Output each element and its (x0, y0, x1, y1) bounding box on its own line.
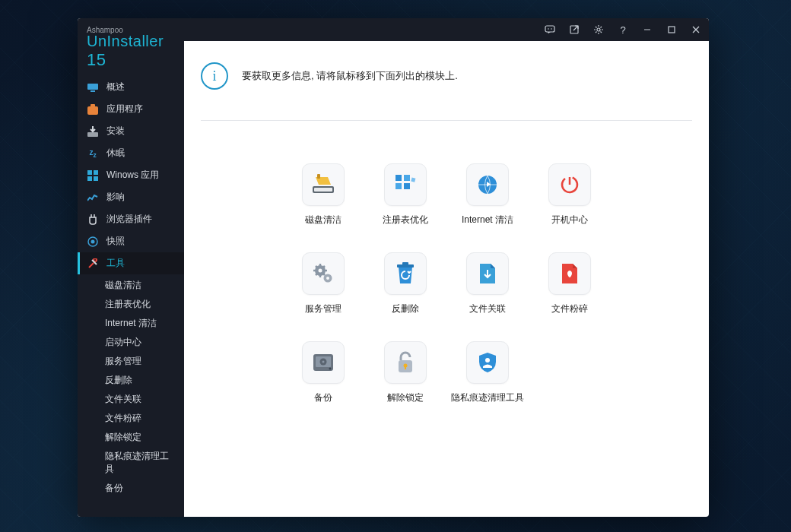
nav-apps[interactable]: 应用程序 (78, 98, 184, 120)
info-icon: i (201, 62, 228, 90)
nav-plugins[interactable]: 浏览器插件 (78, 208, 184, 230)
windows-icon (87, 169, 99, 182)
tool-boot[interactable]: 开机中心 (529, 163, 611, 226)
tool-label: 反删除 (392, 302, 419, 315)
svg-rect-6 (94, 170, 98, 175)
tool-file-assoc[interactable]: 文件关联 (446, 252, 529, 315)
nav-sleep[interactable]: zz 休眠 (78, 142, 184, 164)
svg-point-41 (322, 361, 325, 363)
svg-rect-7 (87, 176, 92, 181)
registry-icon (384, 163, 427, 206)
tool-label: 服务管理 (305, 302, 341, 315)
svg-point-42 (329, 368, 332, 370)
maximize-button[interactable] (660, 18, 683, 41)
nav-label: 休眠 (106, 147, 125, 160)
svg-rect-8 (94, 176, 98, 181)
settings-icon[interactable] (587, 18, 610, 41)
subnav-shred[interactable]: 文件粉碎 (78, 409, 184, 428)
subnav-unlock[interactable]: 解除锁定 (78, 428, 184, 447)
nav-label: 浏览器插件 (106, 213, 152, 226)
tool-label: 隐私痕迹清理工具 (451, 391, 524, 404)
svg-point-46 (485, 358, 490, 363)
feedback-icon[interactable] (538, 18, 561, 41)
impact-icon (87, 192, 99, 204)
subnav-privacy[interactable]: 隐私痕迹清理工具 (78, 447, 184, 479)
svg-point-12 (548, 28, 549, 30)
titlebar: ? (184, 18, 709, 41)
brand: Ashampoo UnInstaller 15 (78, 18, 184, 74)
subnav-file-assoc[interactable]: 文件关联 (78, 390, 184, 409)
subnav-disk-clean[interactable]: 磁盘清洁 (78, 276, 184, 295)
tool-label: Internet 清洁 (462, 214, 513, 226)
nav-tools[interactable]: 工具 (78, 252, 184, 274)
tool-undelete[interactable]: 反删除 (364, 252, 446, 315)
brand-name: UnInstaller (87, 33, 164, 49)
subnav-boot-center[interactable]: 启动中心 (78, 333, 184, 352)
share-icon[interactable] (563, 18, 586, 41)
tool-registry[interactable]: 注册表优化 (364, 163, 446, 226)
svg-rect-1 (91, 90, 95, 92)
plugin-icon (87, 214, 99, 226)
svg-rect-4 (87, 132, 98, 137)
svg-rect-23 (396, 175, 402, 181)
subnav-registry[interactable]: 注册表优化 (78, 295, 184, 314)
help-icon[interactable]: ? (612, 18, 634, 41)
disk-clean-icon (302, 163, 345, 206)
install-icon (87, 125, 99, 138)
subnav-internet-clean[interactable]: Internet 清洁 (78, 314, 184, 333)
nav-label: 概述 (106, 81, 125, 93)
subnav-service-mgmt[interactable]: 服务管理 (78, 352, 184, 371)
tool-service[interactable]: 服务管理 (282, 252, 364, 315)
minimize-button[interactable] (636, 18, 659, 41)
power-icon (548, 163, 591, 206)
tool-disk-clean[interactable]: 磁盘清洁 (282, 163, 364, 226)
privacy-icon (466, 341, 509, 384)
close-button[interactable] (685, 18, 707, 41)
tools-icon (87, 258, 99, 270)
info-text: 要获取更多信息, 请将鼠标移到下面列出的模块上. (242, 69, 458, 83)
nav-label: 快照 (106, 235, 125, 248)
svg-rect-21 (314, 188, 332, 192)
svg-point-13 (551, 28, 552, 30)
tool-internet-clean[interactable]: Internet 清洁 (446, 163, 529, 226)
tool-shred[interactable]: 文件粉碎 (529, 252, 611, 315)
svg-rect-22 (317, 174, 320, 179)
content-area: ? i 要获取更多信息, 请将鼠标移到下面列出的模块上. (184, 18, 709, 517)
svg-rect-17 (669, 27, 675, 33)
svg-rect-5 (87, 170, 92, 175)
nav-install[interactable]: 安装 (78, 120, 184, 142)
brand-version: 15 (87, 50, 106, 69)
file-assoc-icon (466, 252, 509, 295)
monitor-icon (87, 81, 99, 93)
nav-impact[interactable]: 影响 (78, 186, 184, 208)
tool-label: 备份 (314, 391, 332, 404)
nav-label: 安装 (106, 125, 125, 138)
tool-privacy[interactable]: 隐私痕迹清理工具 (446, 341, 529, 404)
nav-snapshot[interactable]: 快照 (78, 230, 184, 252)
svg-point-10 (91, 239, 95, 243)
svg-rect-27 (411, 178, 415, 182)
shred-icon (548, 252, 591, 295)
nav-label: 工具 (106, 257, 125, 270)
tool-backup[interactable]: 备份 (282, 341, 364, 404)
nav-label: Winows 应用 (106, 169, 159, 182)
tool-label: 文件粉碎 (551, 302, 588, 315)
sleep-icon: zz (87, 147, 99, 160)
sidebar: Ashampoo UnInstaller 15 概述 应用程序 (78, 18, 184, 517)
undelete-icon (384, 252, 427, 295)
main-panel: i 要获取更多信息, 请将鼠标移到下面列出的模块上. 磁盘清洁 注册表优化 (184, 41, 709, 517)
subnav-undelete[interactable]: 反删除 (78, 371, 184, 390)
svg-rect-37 (402, 262, 408, 265)
nav-windows-apps[interactable]: Winows 应用 (78, 164, 184, 186)
svg-rect-0 (87, 84, 98, 90)
svg-rect-25 (396, 183, 402, 189)
nav-list: 概述 应用程序 安装 zz 休眠 (78, 74, 184, 276)
unlock-icon (384, 341, 427, 384)
svg-rect-45 (405, 366, 406, 369)
tool-unlock[interactable]: 解除锁定 (364, 341, 446, 404)
svg-rect-11 (545, 26, 554, 32)
tool-label: 磁盘清洁 (305, 214, 341, 226)
internet-icon (466, 163, 509, 206)
subnav-backup[interactable]: 备份 (78, 479, 184, 498)
nav-overview[interactable]: 概述 (78, 76, 184, 98)
